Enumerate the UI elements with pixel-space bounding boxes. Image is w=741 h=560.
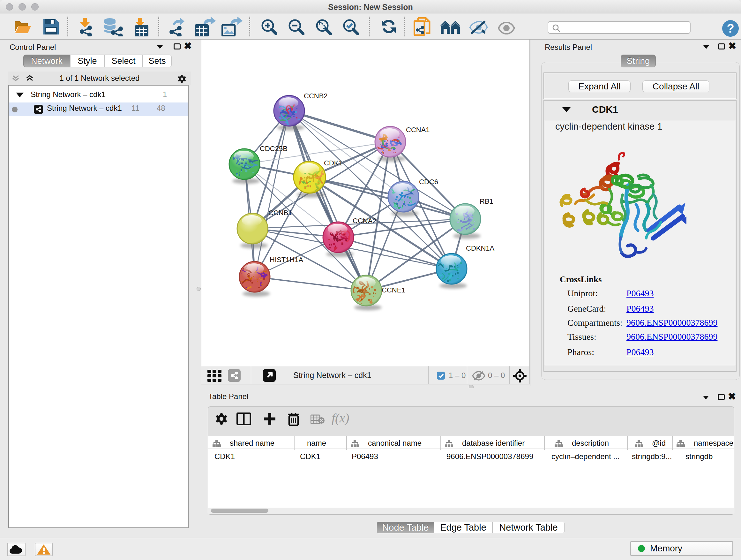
svg-text:CDK1: CDK1 (324, 159, 343, 167)
svg-text:CCNB1: CCNB1 (268, 209, 292, 217)
svg-text:CDKN1A: CDKN1A (466, 244, 495, 252)
svg-text:CDC25B: CDC25B (260, 145, 287, 152)
svg-text:CCNB2: CCNB2 (304, 92, 328, 100)
svg-text:CCNA2: CCNA2 (353, 217, 377, 225)
svg-text:HIST1H1A: HIST1H1A (270, 256, 303, 264)
svg-text:CDC6: CDC6 (419, 178, 438, 186)
svg-text:CCNE1: CCNE1 (382, 286, 406, 294)
svg-text:CCNA1: CCNA1 (406, 126, 430, 134)
svg-text:RB1: RB1 (480, 197, 493, 205)
